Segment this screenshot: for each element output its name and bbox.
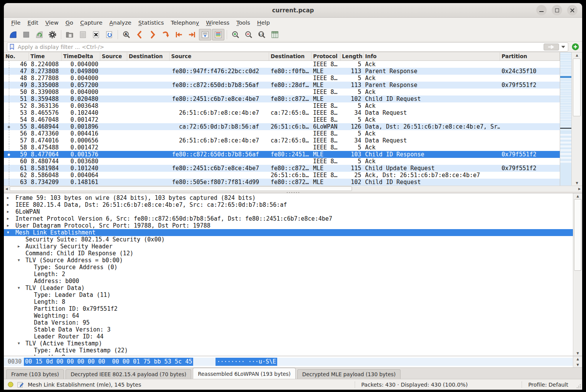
packet-row-46[interactable]: 468.2240080.004000IEEE 8…5Ack [4, 61, 560, 68]
scroll-up-icon[interactable]: ▲ [573, 356, 582, 362]
scroll-down-icon[interactable]: ▼ [573, 350, 582, 356]
byte-tab-0[interactable]: Frame (103 bytes) [6, 369, 64, 379]
column-header-time[interactable]: Time [29, 52, 62, 60]
capture-comment-icon[interactable] [17, 381, 24, 388]
scroll-down-icon[interactable]: ▼ [573, 362, 582, 367]
menu-analyze[interactable]: Analyze [106, 19, 135, 27]
packet-row-55[interactable]: 558.4689440.001896ca:72:65:0d:b7:b8:56:a… [4, 123, 560, 130]
status-profile[interactable]: Profile: Default [522, 382, 568, 388]
scroll-right-icon[interactable]: ▶ [577, 186, 582, 191]
packet-row-59[interactable]: 598.4770640.001576fe80::c872:650d:b7b8:5… [4, 151, 560, 158]
detail-line-22[interactable]: Type: Active Timestamp (22) [4, 347, 573, 354]
expand-toggle-icon[interactable]: ▸ [7, 208, 9, 215]
expand-toggle-icon[interactable]: ▸ [7, 215, 9, 222]
column-header-dst2[interactable]: Destination [269, 52, 312, 60]
detail-line-18[interactable]: Data Version: 95 [4, 319, 573, 326]
detail-line-12[interactable]: Address: b000 [4, 278, 573, 285]
detail-line-19[interactable]: Stable Data Version: 3 [4, 326, 573, 333]
bookmark-icon[interactable] [9, 44, 15, 50]
zoom-in-button[interactable] [229, 29, 242, 40]
menu-view[interactable]: View [42, 19, 62, 27]
detail-line-9[interactable]: ▾TLV (Source Address = b0:00) [4, 257, 573, 264]
scroll-up-icon[interactable]: ▲ [572, 52, 582, 58]
detail-line-11[interactable]: Length: 2 [4, 271, 573, 278]
detail-line-16[interactable]: Partition ID: 0x79f551f2 [4, 305, 573, 312]
menu-telephony[interactable]: Telephony [167, 19, 202, 27]
hex-row[interactable]: 0030 00 15 0d 00 00 00 00 00 00 00 01 75… [4, 358, 573, 366]
expand-toggle-icon[interactable]: ▸ [7, 194, 9, 201]
hex-body[interactable]: 0030 00 15 0d 00 00 00 00 00 00 00 01 75… [4, 356, 573, 367]
column-header-delta[interactable]: TimeDelta [62, 52, 100, 60]
menu-tools[interactable]: Tools [233, 19, 254, 27]
go-to-packet-button[interactable] [160, 29, 172, 40]
close-file-button[interactable] [90, 29, 102, 40]
expert-info-icon[interactable] [8, 382, 13, 387]
detail-line-1[interactable]: ▸IEEE 802.15.4 Data, Dst: 26:51:c6:b7:e8… [4, 201, 573, 208]
scrollbar-thumb[interactable] [573, 59, 581, 116]
packet-row-62[interactable]: 628.5860480.00406426:51:c6:b…IEEE 8…25Ac… [4, 172, 560, 179]
menu-statistics[interactable]: Statistics [135, 19, 167, 27]
detail-scrollbar[interactable]: ▲ ▼ [573, 193, 582, 356]
column-header-src2[interactable]: Source [170, 52, 269, 60]
detail-line-3[interactable]: ▸Internet Protocol Version 6, Src: fe80:… [4, 215, 573, 222]
scroll-left-icon[interactable]: ◀ [4, 186, 9, 191]
detail-line-13[interactable]: ▾TLV (Leader Data) [4, 285, 573, 291]
packet-row-48[interactable]: 488.2778080.004000IEEE 8…5Ack [4, 75, 560, 82]
minimize-button[interactable] [536, 5, 547, 15]
packet-list-hscrollbar[interactable]: ◀ ▶ [4, 186, 582, 191]
menu-capture[interactable]: Capture [77, 19, 106, 27]
menu-go[interactable]: Go [62, 19, 77, 27]
add-filter-button[interactable] [572, 43, 579, 50]
column-header-part[interactable]: Partition [500, 52, 560, 60]
hex-ascii-selected[interactable]: ········ ···u·S\E [216, 358, 277, 366]
detail-line-5[interactable]: ▾Mesh Link Establishment [4, 229, 573, 236]
resize-grip[interactable] [576, 384, 581, 389]
zoom-original-button[interactable]: 1:1 [256, 29, 268, 40]
hex-bytes-selected[interactable]: 00 15 0d 00 00 00 00 00 00 00 01 75 bb 5… [24, 358, 193, 366]
collapse-toggle-icon[interactable]: ▾ [7, 229, 9, 236]
zoom-out-button[interactable] [242, 29, 255, 40]
detail-line-14[interactable]: Type: Leader Data (11) [4, 291, 573, 298]
packet-row-56[interactable]: 568.4733600.004416IEEE 8…5Ack [4, 130, 560, 137]
maximize-button[interactable] [552, 5, 562, 15]
reload-file-button[interactable] [103, 29, 115, 40]
packet-row-49[interactable]: 498.3350080.057200fe80::c872:650d:b7b8:5… [4, 82, 560, 89]
auto-scroll-toggle[interactable] [199, 29, 211, 40]
packet-row-60[interactable]: 608.4807440.003680IEEE 8…5Ack [4, 158, 560, 165]
first-packet-button[interactable] [173, 29, 185, 40]
detail-line-15[interactable]: Length: 8 [4, 298, 573, 305]
detail-line-20[interactable]: Leader Router ID: 44 [4, 333, 573, 340]
column-header-info[interactable]: Info [364, 52, 500, 60]
detail-line-8[interactable]: Command: Child ID Response (12) [4, 250, 573, 257]
resize-columns-button[interactable] [269, 29, 281, 40]
packet-row-54[interactable]: 548.4670480.001472IEEE 8…5Ack [4, 116, 560, 123]
detail-line-10[interactable]: Type: Source Address (0) [4, 264, 573, 271]
detail-line-17[interactable]: Weighting: 64 [4, 312, 573, 319]
colorize-toggle[interactable] [212, 29, 224, 40]
previous-packet-button[interactable] [133, 29, 146, 40]
expand-toggle-icon[interactable]: ▸ [7, 222, 9, 229]
detail-line-6[interactable]: Security Suite: 802.15.4 Security (0x00) [4, 236, 573, 243]
apply-filter-button[interactable] [544, 44, 559, 50]
find-packet-button[interactable]: A [120, 29, 133, 40]
column-header-proto[interactable]: Protocol [312, 52, 340, 60]
close-button[interactable] [567, 5, 578, 15]
capture-options-button[interactable] [46, 29, 59, 40]
column-header-no[interactable]: No. [4, 52, 29, 60]
detail-line-0[interactable]: ▸Frame 59: 103 bytes on wire (824 bits),… [4, 194, 573, 201]
packet-row-61[interactable]: 618.5819840.101240fe80::2451:c6b7:e8ce:4… [4, 165, 560, 172]
title-bar[interactable]: current.pcap [4, 3, 582, 18]
packet-list-scrollbar[interactable]: ▲ ▼ [571, 52, 582, 186]
menu-help[interactable]: Help [254, 19, 273, 27]
byte-tab-1[interactable]: Decrypted IEEE 802.15.4 payload (70 byte… [66, 369, 191, 379]
menu-file[interactable]: File [8, 19, 24, 27]
scroll-up-icon[interactable]: ▲ [573, 193, 582, 199]
collapse-toggle-icon[interactable]: ▾ [18, 285, 20, 291]
packet-row-52[interactable]: 528.3631360.003648IEEE 8…5Ack [4, 102, 560, 109]
detail-line-7[interactable]: ▸Auxiliary Security Header [4, 243, 573, 250]
open-file-button[interactable] [64, 29, 76, 40]
expand-toggle-icon[interactable]: ▸ [7, 201, 9, 208]
detail-line-4[interactable]: ▸User Datagram Protocol, Src Port: 19788… [4, 222, 573, 229]
packet-minimap[interactable] [560, 52, 571, 186]
detail-line-21[interactable]: ▾TLV (Active Timestamp) [4, 340, 573, 347]
